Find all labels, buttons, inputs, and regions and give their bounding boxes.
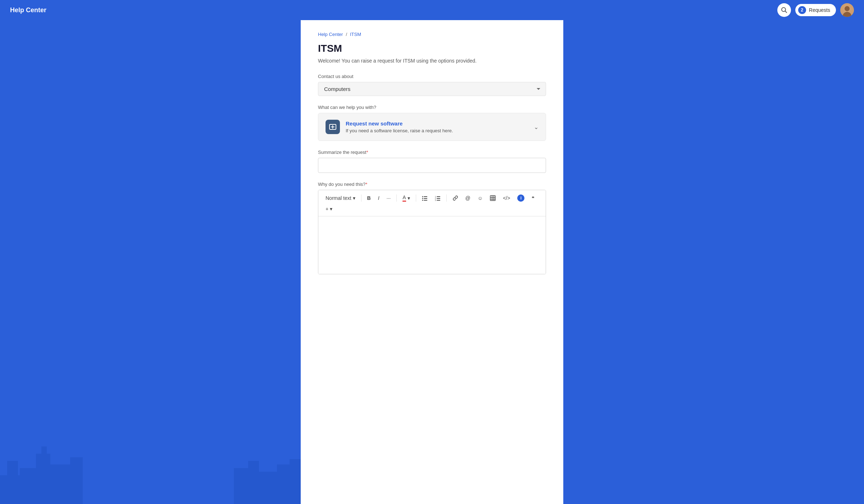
code-button[interactable]: </> [500, 194, 513, 202]
bold-button[interactable]: B [364, 194, 374, 202]
request-info: Request new software If you need a softw… [346, 120, 453, 133]
svg-rect-26 [424, 196, 427, 197]
search-icon [781, 7, 787, 13]
background-area: Help Center / ITSM ITSM Welcome! You can… [0, 20, 864, 504]
svg-rect-28 [424, 198, 427, 199]
mention-icon: @ [465, 195, 470, 201]
summarize-section: Summarize the request* [318, 150, 546, 173]
avatar[interactable] [840, 3, 854, 17]
text-style-dropdown[interactable]: Normal text ▾ [323, 194, 358, 202]
svg-rect-30 [424, 200, 427, 201]
avatar-image [840, 3, 854, 17]
table-icon [490, 195, 496, 201]
breadcrumb-separator: / [346, 32, 347, 37]
why-section: Why do you need this?* Normal text ▾ B [318, 182, 546, 274]
request-icon [326, 120, 340, 134]
text-color-button[interactable]: A ▾ [400, 193, 413, 203]
bullet-list-button[interactable] [419, 194, 431, 202]
quote-icon: ❝ [532, 195, 535, 201]
svg-rect-8 [70, 457, 83, 504]
svg-rect-20 [277, 464, 290, 504]
svg-rect-4 [20, 468, 38, 504]
text-style-label: Normal text [326, 195, 351, 201]
plus-chevron-icon: ▾ [330, 206, 332, 212]
contact-section: Contact us about Computers Software Hard… [318, 74, 546, 96]
link-icon [453, 195, 458, 201]
chevron-down-icon: ⌄ [534, 124, 538, 130]
contact-label: Contact us about [318, 74, 546, 79]
numbered-list-button[interactable]: 1. 2. 3. [432, 194, 444, 202]
toolbar-divider-2 [396, 194, 397, 202]
breadcrumb-current: ITSM [350, 32, 361, 37]
required-star: * [366, 150, 368, 155]
svg-rect-6 [41, 446, 47, 504]
svg-rect-18 [248, 461, 259, 504]
svg-rect-36 [437, 200, 440, 201]
toolbar-divider-4 [446, 194, 447, 202]
code-icon: </> [503, 195, 510, 201]
summarize-label: Summarize the request* [318, 150, 546, 155]
italic-button[interactable]: I [375, 194, 382, 202]
text-color-icon: A [403, 194, 406, 202]
software-icon [329, 123, 337, 131]
requests-label: Requests [809, 7, 830, 13]
svg-text:3.: 3. [435, 199, 436, 201]
svg-rect-17 [234, 468, 248, 504]
info-button[interactable]: i [514, 193, 527, 203]
svg-point-25 [422, 196, 423, 197]
rich-text-editor: Normal text ▾ B I ··· [318, 190, 546, 274]
help-section: What can we help you with? Request new s… [318, 105, 546, 141]
header-title: Help Center [10, 6, 46, 14]
svg-rect-32 [437, 196, 440, 197]
page-subtitle: Welcome! You can raise a request for ITS… [318, 58, 546, 64]
why-label: Why do you need this?* [318, 182, 546, 187]
request-title: Request new software [346, 120, 453, 127]
info-icon: i [517, 194, 524, 202]
requests-badge: 2 [798, 6, 806, 14]
breadcrumb: Help Center / ITSM [318, 32, 546, 37]
link-button[interactable] [450, 194, 461, 202]
bullet-list-icon [422, 195, 428, 201]
content-panel: Help Center / ITSM ITSM Welcome! You can… [301, 20, 563, 504]
svg-point-29 [422, 200, 423, 201]
svg-rect-7 [50, 464, 72, 504]
editor-body[interactable] [318, 216, 546, 274]
page-title: ITSM [318, 43, 546, 54]
header-actions: 2 Requests [777, 3, 854, 17]
numbered-list-icon: 1. 2. 3. [435, 195, 441, 201]
request-card-left: Request new software If you need a softw… [326, 120, 453, 134]
svg-rect-37 [490, 196, 495, 201]
svg-point-27 [422, 198, 423, 199]
required-star-why: * [365, 182, 367, 187]
header: Help Center 2 Requests [0, 0, 864, 20]
emoji-button[interactable]: ☺ [475, 194, 486, 202]
breadcrumb-home[interactable]: Help Center [318, 32, 343, 37]
requests-button[interactable]: 2 Requests [795, 4, 836, 16]
toolbar-divider-3 [416, 194, 416, 202]
table-button[interactable] [487, 194, 499, 202]
text-style-chevron-icon: ▾ [353, 195, 355, 201]
help-label: What can we help you with? [318, 105, 546, 110]
more-formatting-button[interactable]: ··· [384, 194, 394, 202]
emoji-icon: ☺ [478, 195, 483, 201]
color-chevron-icon: ▾ [408, 195, 410, 201]
svg-line-1 [785, 11, 787, 13]
contact-select[interactable]: Computers Software Hardware Network Othe… [318, 82, 546, 96]
svg-rect-3 [7, 461, 18, 504]
search-button[interactable] [777, 3, 791, 17]
request-description: If you need a software license, raise a … [346, 128, 453, 133]
svg-rect-34 [437, 198, 440, 199]
summarize-input[interactable] [318, 158, 546, 173]
editor-toolbar: Normal text ▾ B I ··· [318, 190, 546, 216]
mention-button[interactable]: @ [463, 194, 473, 202]
quote-button[interactable]: ❝ [529, 194, 537, 202]
svg-rect-19 [259, 472, 277, 504]
more-options-button[interactable]: + ▾ [323, 205, 335, 213]
toolbar-divider-1 [361, 194, 361, 202]
plus-icon: + [326, 206, 328, 212]
request-card[interactable]: Request new software If you need a softw… [318, 113, 546, 141]
